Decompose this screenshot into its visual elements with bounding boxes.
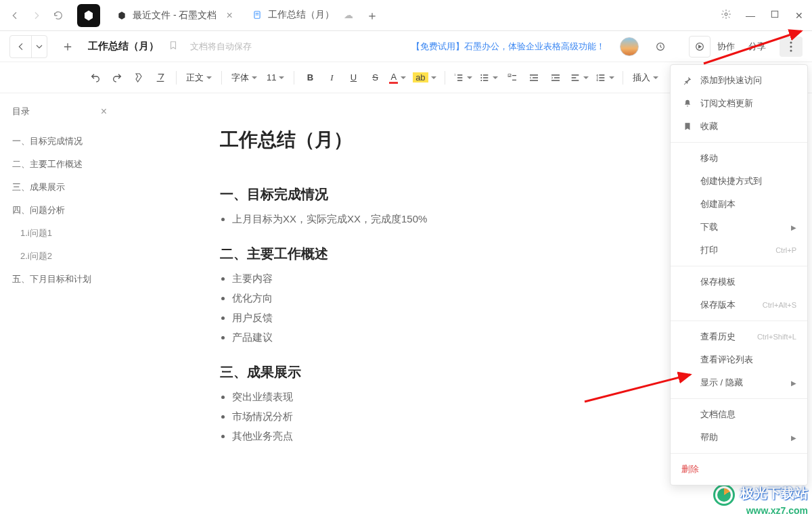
doc-title: 工作总结（月） bbox=[88, 40, 159, 53]
more-menu-button[interactable] bbox=[780, 37, 803, 57]
menu-item[interactable]: 订阅文档更新 bbox=[671, 92, 807, 93]
doc-back-button[interactable] bbox=[10, 36, 32, 57]
nav-group bbox=[9, 35, 47, 58]
svg-point-10 bbox=[480, 77, 482, 78]
more-menu: 添加到快速访问订阅文档更新收藏 移动创建快捷方式到创建副本下载▶打印Ctrl+P… bbox=[670, 64, 808, 93]
share-button[interactable]: 分享 bbox=[742, 41, 773, 53]
nav-reload-button[interactable] bbox=[49, 6, 68, 25]
indent-increase-button[interactable] bbox=[545, 68, 566, 88]
tab-label: 最近文件 - 石墨文档 bbox=[133, 9, 217, 22]
paragraph-style-select[interactable]: 正文 bbox=[182, 68, 216, 88]
close-icon[interactable]: × bbox=[226, 9, 232, 22]
autosave-hint: 文档将自动保存 bbox=[190, 41, 252, 53]
menu-item[interactable]: 添加到快速访问 bbox=[671, 69, 807, 92]
underline-button[interactable]: U bbox=[343, 68, 363, 88]
browser-tab-document[interactable]: 工作总结（月） ☁ bbox=[242, 0, 363, 31]
settings-icon[interactable] bbox=[719, 9, 734, 22]
new-tab-button[interactable]: ＋ bbox=[363, 6, 382, 25]
text-color-button[interactable]: A bbox=[386, 68, 409, 88]
nav-back-button[interactable] bbox=[5, 6, 24, 25]
doc-header: ＋ 工作总结（月） 文档将自动保存 【免费试用】石墨办公，体验企业表格高级功能！… bbox=[0, 31, 812, 62]
window-minimize-button[interactable]: ― bbox=[743, 10, 758, 21]
checklist-button[interactable] bbox=[502, 68, 522, 88]
promo-link[interactable]: 【免费试用】石墨办公，体验企业表格高级功能！ bbox=[411, 41, 605, 53]
clear-format-button[interactable] bbox=[150, 68, 171, 88]
align-button[interactable] bbox=[567, 68, 591, 88]
app-logo-icon bbox=[77, 4, 100, 27]
undo-button[interactable] bbox=[85, 68, 106, 88]
strike-button[interactable]: S bbox=[365, 68, 385, 88]
font-size-select[interactable]: 11 bbox=[263, 68, 288, 88]
bold-button[interactable]: B bbox=[300, 68, 320, 88]
cloud-icon: ☁ bbox=[344, 9, 353, 20]
tab-label: 工作总结（月） bbox=[268, 9, 334, 21]
nav-forward-button[interactable] bbox=[27, 6, 46, 25]
window-maximize-button[interactable] bbox=[767, 9, 782, 22]
insert-select[interactable]: 插入 bbox=[629, 68, 662, 88]
pin-icon bbox=[681, 76, 694, 85]
bookmark-icon[interactable] bbox=[168, 40, 178, 53]
doc-icon bbox=[252, 9, 263, 20]
font-family-select[interactable]: 字体 bbox=[227, 68, 261, 88]
highlight-button[interactable]: ab bbox=[410, 68, 438, 88]
svg-point-6 bbox=[790, 45, 792, 47]
hexagon-icon bbox=[116, 10, 127, 21]
collab-button[interactable]: 协作 bbox=[710, 41, 742, 53]
window-close-button[interactable]: ✕ bbox=[792, 10, 807, 21]
browser-titlebar: 最近文件 - 石墨文档 × 工作总结（月） ☁ ＋ ― ✕ bbox=[0, 0, 812, 31]
svg-rect-2 bbox=[771, 11, 777, 17]
italic-button[interactable]: I bbox=[321, 68, 342, 88]
line-height-button[interactable] bbox=[593, 68, 617, 88]
avatar[interactable] bbox=[620, 37, 639, 56]
svg-point-1 bbox=[725, 13, 727, 16]
new-doc-button[interactable]: ＋ bbox=[57, 36, 78, 57]
redo-button[interactable] bbox=[107, 68, 127, 88]
unordered-list-button[interactable] bbox=[476, 68, 501, 88]
svg-point-9 bbox=[480, 74, 482, 76]
svg-point-5 bbox=[790, 41, 792, 43]
history-icon[interactable] bbox=[650, 36, 671, 57]
svg-point-7 bbox=[790, 49, 792, 51]
doc-back-dropdown[interactable] bbox=[32, 36, 47, 57]
format-painter-button[interactable] bbox=[129, 68, 149, 88]
present-button[interactable] bbox=[689, 36, 710, 57]
browser-tab-recent[interactable]: 最近文件 - 石墨文档 × bbox=[107, 0, 242, 31]
ordered-list-button[interactable]: 1 bbox=[451, 68, 475, 88]
svg-text:1: 1 bbox=[454, 73, 456, 76]
svg-point-11 bbox=[480, 80, 482, 81]
indent-decrease-button[interactable] bbox=[524, 68, 544, 88]
